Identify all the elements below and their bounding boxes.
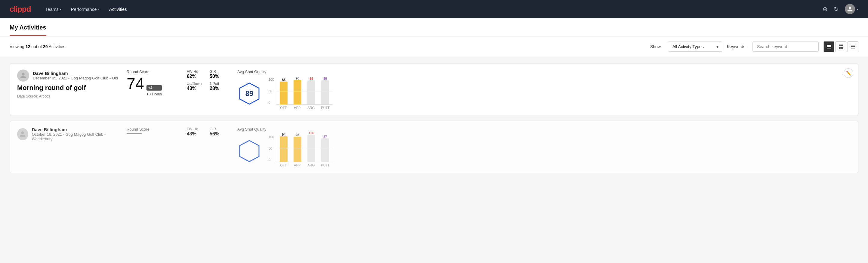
user-name: Dave Billingham: [32, 127, 119, 132]
stat-item: GIR 50%: [210, 69, 228, 79]
y-label-50: 50: [269, 89, 274, 93]
nav-item-activities[interactable]: Activities: [109, 5, 127, 13]
stats-section: FW Hit 62% GIR 50% Up/Down 43% 1 Putt 28…: [180, 69, 228, 91]
hexagon-svg: [237, 139, 261, 163]
user-info: Dave Billingham December 05, 2021 - Gog …: [33, 71, 118, 80]
subheader: My Activities: [0, 18, 868, 36]
refresh-icon[interactable]: ↻: [834, 5, 839, 12]
activity-title: Morning round of golf: [17, 84, 119, 92]
stat-value: 62%: [187, 74, 205, 79]
chevron-down-icon: ▾: [98, 7, 99, 11]
card-top: Dave Billingham December 05, 2021 - Gog …: [17, 69, 851, 110]
bar-chart-container: 100 50 0 94: [269, 135, 333, 167]
shot-quality-label: Avg Shot Quality: [237, 127, 267, 132]
nav-item-teams[interactable]: Teams ▾: [45, 5, 61, 13]
bar-rect: [293, 137, 301, 162]
shot-quality-content: Avg Shot Quality 89: [237, 69, 333, 110]
x-label-putt: PUTT: [321, 106, 329, 110]
card-left: Dave Billingham October 16, 2021 - Gog M…: [17, 127, 119, 144]
stat-label: Up/Down: [187, 82, 205, 86]
round-score-label: Round Score: [127, 69, 180, 74]
stat-item: GIR 56%: [210, 127, 228, 137]
svg-rect-7: [851, 45, 855, 46]
svg-marker-11: [240, 141, 259, 162]
edit-button[interactable]: ✏️: [844, 68, 853, 78]
bar-app: 93: [293, 133, 301, 162]
stat-grid: FW Hit 43% GIR 56%: [187, 127, 228, 137]
bar-value: 89: [323, 77, 327, 80]
chevron-down-icon: ▾: [857, 7, 858, 11]
bar-rect: [307, 135, 315, 162]
app-logo[interactable]: clippd: [10, 4, 31, 14]
toggle-full-list[interactable]: [847, 41, 858, 52]
activity-card: Dave Billingham October 16, 2021 - Gog M…: [10, 121, 858, 173]
x-label-arg: ARG: [307, 164, 315, 167]
navbar: clippd Teams ▾ Performance ▾ Activities …: [0, 0, 868, 18]
bars-area: 85 90 89: [276, 78, 333, 110]
filters-bar: Viewing 12 out of 29 Activities Show: Al…: [0, 36, 868, 57]
svg-rect-2: [827, 48, 831, 49]
svg-rect-4: [841, 45, 843, 46]
bar-value: 90: [296, 77, 299, 80]
x-label-app: APP: [293, 164, 301, 167]
stat-grid: FW Hit 62% GIR 50% Up/Down 43% 1 Putt 28…: [187, 69, 228, 91]
bar-value: 85: [282, 78, 285, 82]
stat-item: Up/Down 43%: [187, 82, 205, 91]
data-source: Data Source: Arccos: [17, 94, 119, 98]
bar-arg: 106: [307, 131, 315, 162]
x-labels: OTT APP ARG PUTT: [276, 105, 333, 110]
bar-rect-app: [293, 80, 301, 105]
y-label-100: 100: [269, 78, 274, 81]
score-row: [127, 133, 180, 134]
svg-rect-5: [839, 47, 841, 49]
stat-value: 28%: [210, 86, 228, 91]
x-label-ott: OTT: [279, 106, 287, 110]
bar-value: 94: [282, 133, 285, 136]
user-info: Dave Billingham October 16, 2021 - Gog M…: [32, 127, 119, 141]
shot-quality-inner: 100 50 0 94: [237, 135, 333, 167]
page-title-wrap: My Activities: [10, 18, 46, 36]
view-toggle: [824, 41, 858, 52]
activity-type-select-wrapper[interactable]: All Activity Types Rounds Practice: [668, 41, 722, 52]
bar-rect-arg: [307, 80, 315, 105]
page-title: My Activities: [10, 24, 46, 31]
score-value: 74: [127, 76, 144, 91]
shot-quality-label: Avg Shot Quality: [237, 69, 267, 74]
toggle-compact-list[interactable]: [824, 41, 834, 52]
y-label-0: 0: [269, 100, 274, 104]
y-label-100: 100: [269, 135, 274, 139]
nav-label-performance: Performance: [71, 7, 97, 12]
stat-label: GIR: [210, 127, 228, 131]
round-score-section: Round Score: [119, 127, 180, 134]
nav-item-performance[interactable]: Performance ▾: [71, 5, 99, 13]
shot-quality-section: Avg Shot Quality 89: [228, 69, 851, 110]
keyword-input[interactable]: [752, 41, 819, 52]
nav-label-activities: Activities: [109, 7, 127, 12]
bar-value: 93: [296, 133, 299, 137]
stat-value: 43%: [187, 86, 205, 91]
stat-label: GIR: [210, 69, 228, 74]
avatar-button[interactable]: ▾: [845, 4, 858, 14]
viewing-text: Viewing 12 out of 29 Activities: [10, 44, 645, 49]
score-detail: +4 18 Holes: [147, 85, 162, 96]
bars-area: 94 93 106: [276, 135, 333, 167]
activity-card: ✏️ Dave Billingham December 05, 2021 - G…: [10, 63, 858, 116]
bar-value: 89: [309, 77, 313, 80]
activity-type-select[interactable]: All Activity Types Rounds Practice: [668, 41, 722, 52]
stat-value: 43%: [187, 131, 205, 137]
bar-chart-container: 100 50 0 85: [269, 78, 333, 110]
bar-value: 106: [309, 131, 314, 135]
bar-arg: 89: [307, 77, 315, 105]
svg-rect-6: [841, 47, 843, 49]
bar-putt: 89: [321, 77, 329, 105]
bar-value: 87: [323, 135, 327, 139]
toggle-grid[interactable]: [836, 41, 846, 52]
round-score-label: Round Score: [127, 127, 180, 132]
gridline: [276, 149, 333, 149]
stat-item: FW Hit 43%: [187, 127, 205, 137]
stats-section: FW Hit 43% GIR 56%: [180, 127, 228, 137]
user-name: Dave Billingham: [33, 71, 118, 76]
add-icon[interactable]: ⊕: [823, 5, 828, 12]
keywords-label: Keywords:: [727, 44, 746, 49]
x-label-app: APP: [293, 106, 301, 110]
